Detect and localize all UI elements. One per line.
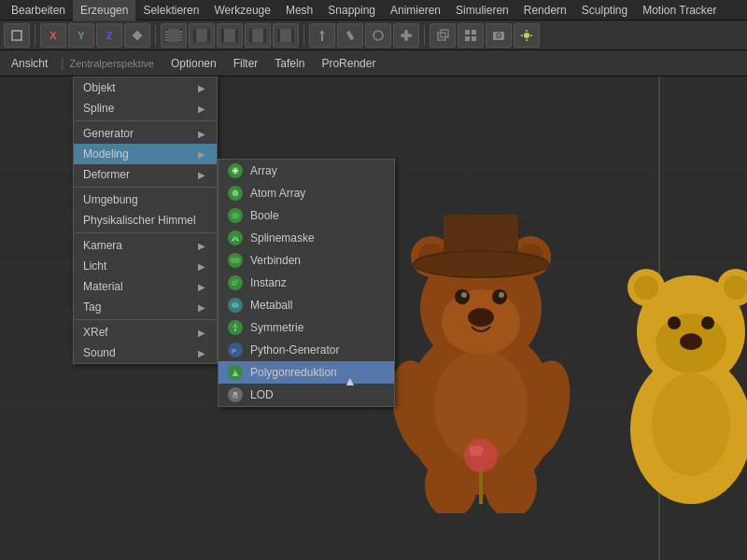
menu-spline[interactable]: Spline ▶: [74, 98, 217, 119]
tool-film-3[interactable]: [217, 23, 243, 48]
arrow-icon: ▶: [198, 348, 205, 358]
tool-move[interactable]: [309, 23, 335, 48]
tool-z-axis[interactable]: Z: [96, 23, 122, 48]
submenu-instanz[interactable]: Instanz: [218, 272, 394, 294]
prorender-menu[interactable]: ProRender: [314, 55, 383, 72]
menu-objekt[interactable]: Objekt ▶: [74, 77, 217, 98]
menu-bearbeiten[interactable]: Bearbeiten: [4, 0, 73, 21]
bear-gold: [626, 233, 747, 513]
erzeugen-menu[interactable]: Objekt ▶ Spline ▶ Generator ▶ Modeling ▶…: [73, 77, 218, 364]
tool-grid[interactable]: [458, 23, 484, 48]
view-menu[interactable]: Ansicht: [4, 55, 55, 72]
menu-snapping[interactable]: Snapping: [320, 0, 383, 21]
svg-rect-7: [165, 36, 168, 38]
svg-rect-116: [233, 392, 237, 395]
menu-selektieren[interactable]: Selektieren: [135, 0, 206, 21]
symmetrie-icon: [228, 320, 243, 335]
submenu-array[interactable]: Array: [218, 160, 394, 182]
svg-point-97: [652, 373, 730, 476]
tool-film-play[interactable]: [161, 23, 187, 48]
svg-point-29: [404, 30, 408, 34]
splinemaske-icon: [228, 231, 243, 245]
verbinden-icon: [228, 253, 243, 268]
svg-rect-21: [263, 29, 266, 42]
submenu-splinemaske[interactable]: Splinemaske: [218, 227, 394, 249]
submenu-lod-label: LOD: [250, 388, 274, 401]
svg-point-90: [724, 275, 747, 300]
separator-label: |: [57, 57, 67, 70]
menu-material[interactable]: Material ▶: [74, 276, 217, 297]
svg-rect-10: [179, 34, 182, 35]
submenu-metaball[interactable]: Metaball: [218, 294, 394, 316]
filter-menu[interactable]: Filter: [226, 55, 266, 72]
menu-kamera[interactable]: Kamera ▶: [74, 235, 217, 256]
secondary-toolbar: Ansicht | Zentralperspektive Optionen Fi…: [0, 50, 747, 77]
submenu-atom-array[interactable]: Atom Array: [218, 182, 394, 204]
menu-mesh[interactable]: Mesh: [278, 0, 320, 21]
menu-tag[interactable]: Tag ▶: [74, 297, 217, 317]
submenu-polygonreduktion[interactable]: Polygonreduktion: [218, 361, 394, 384]
menu-bar: Bearbeiten Erzeugen Selektieren Werkzeug…: [0, 0, 747, 21]
tool-rotate-ring[interactable]: [124, 23, 150, 48]
menu-motion-tracker[interactable]: Motion Tracker: [635, 0, 724, 21]
python-generator-icon: P: [228, 343, 243, 357]
menu-animieren[interactable]: Animieren: [383, 0, 448, 21]
arrow-icon: ▶: [198, 170, 205, 180]
menu-generator[interactable]: Generator ▶: [74, 123, 217, 144]
arrow-icon: ▶: [198, 129, 205, 139]
svg-point-96: [680, 333, 702, 350]
separator: [74, 232, 217, 233]
svg-point-75: [468, 308, 494, 327]
svg-point-92: [634, 275, 658, 300]
main-toolbar: X Y Z: [0, 21, 747, 50]
tool-cube-outline[interactable]: [430, 23, 456, 48]
svg-point-85: [464, 439, 498, 472]
options-menu[interactable]: Optionen: [163, 55, 224, 72]
tool-film-4[interactable]: [245, 23, 271, 48]
tool-light[interactable]: [514, 23, 540, 48]
tool-y-axis[interactable]: Y: [68, 23, 94, 48]
svg-point-101: [232, 189, 239, 197]
menu-umgebung[interactable]: Umgebung: [74, 189, 217, 210]
svg-point-32: [408, 34, 412, 37]
svg-rect-0: [12, 31, 21, 40]
svg-rect-14: [193, 29, 196, 42]
menu-modeling[interactable]: Modeling ▶: [74, 144, 217, 164]
menu-werkzeuge[interactable]: Werkzeuge: [206, 0, 277, 21]
viewport[interactable]: Objekt ▶ Spline ▶ Generator ▶ Modeling ▶…: [0, 77, 747, 560]
svg-point-73: [461, 292, 467, 298]
menu-simulieren[interactable]: Simulieren: [448, 0, 516, 21]
separator-3: [303, 25, 304, 46]
tool-pencil[interactable]: [337, 23, 363, 48]
tool-select[interactable]: [4, 23, 30, 48]
modeling-submenu[interactable]: Array Atom Array Boole Splinemaske: [218, 159, 395, 407]
svg-rect-8: [165, 39, 168, 41]
menu-xref[interactable]: XRef ▶: [74, 322, 217, 343]
menu-sculpting[interactable]: Sculpting: [574, 0, 635, 21]
menu-licht[interactable]: Licht ▶: [74, 256, 217, 276]
tool-sphere[interactable]: [365, 23, 391, 48]
submenu-metaball-label: Metaball: [250, 299, 292, 312]
svg-rect-37: [465, 36, 470, 41]
menu-physikalischer-himmel[interactable]: Physikalischer Himmel: [74, 210, 217, 231]
menu-rendern[interactable]: Rendern: [516, 0, 574, 21]
submenu-symmetrie[interactable]: Symmetrie: [218, 316, 394, 339]
svg-rect-34: [441, 30, 448, 37]
submenu-lod[interactable]: LOD: [218, 384, 394, 406]
tool-flower[interactable]: [393, 23, 419, 48]
submenu-python-generator[interactable]: P Python-Generator: [218, 339, 394, 361]
submenu-boole[interactable]: Boole: [218, 204, 394, 227]
arrow-icon: ▶: [198, 83, 205, 93]
menu-erzeugen[interactable]: Erzeugen: [73, 0, 135, 21]
svg-text:P: P: [232, 347, 236, 355]
tool-camera[interactable]: [486, 23, 512, 48]
menu-deformer[interactable]: Deformer ▶: [74, 164, 217, 185]
tool-x-axis[interactable]: X: [40, 23, 66, 48]
tool-film-2[interactable]: [189, 23, 215, 48]
svg-rect-18: [235, 29, 238, 42]
menu-sound[interactable]: Sound ▶: [74, 343, 217, 363]
tafeln-menu[interactable]: Tafeln: [267, 55, 312, 72]
submenu-verbinden[interactable]: Verbinden: [218, 249, 394, 272]
metaball-icon: [228, 298, 243, 313]
tool-film-5[interactable]: [273, 23, 299, 48]
